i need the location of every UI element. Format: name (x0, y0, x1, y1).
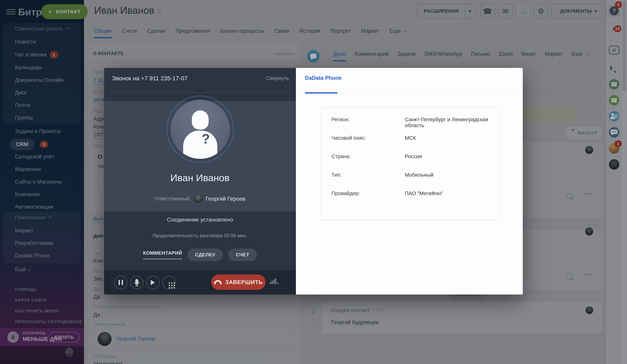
call-responsible-row: Ответственный: Георгий Героев (104, 195, 296, 203)
dadata-info-card: Регион: Санкт-Петербург и Ленинградская … (320, 107, 500, 220)
signal-quality-icon[interactable]: ▴ (270, 278, 279, 284)
avatar-question-mark: ? (202, 131, 210, 147)
call-duration: Продолжительность разговора 00:05 мин. (104, 233, 296, 238)
collapse-button[interactable]: Свернуть (266, 75, 289, 81)
call-popup: Звонок на +7 911 235-17-07 Свернуть ? Ив… (104, 68, 523, 295)
app-root: Битрикс × КОНТАКТ Совместная работа Ново… (0, 0, 627, 364)
responsible-label: Ответственный: (155, 196, 191, 201)
call-action-tabs: КОММЕНТАРИЙ СДЕЛКУ СЧЕТ (104, 249, 296, 261)
dadata-panel: DaData Phone Регион: Санкт-Петербург и Л… (296, 68, 523, 295)
invoice-button[interactable]: СЧЕТ (228, 249, 257, 261)
call-status-section: Соединение установлено Продолжительность… (104, 212, 296, 270)
microphone-icon (134, 279, 140, 286)
call-contact-name: Иван Иванов (104, 172, 296, 183)
type-label: Тип: (331, 172, 342, 178)
forward-icon (151, 280, 155, 285)
dadata-tab[interactable]: DaData Phone (305, 75, 342, 81)
transfer-button[interactable] (146, 276, 159, 289)
dialpad-button[interactable] (162, 276, 175, 289)
responsible-name: Георгий Героев (206, 196, 245, 202)
provider-value: ПАО "МегаФон" (405, 190, 443, 196)
call-controls: ЗАВЕРШИТЬ ▴ (104, 270, 296, 295)
region-value: Санкт-Петербург и Ленинградская область (405, 117, 499, 128)
dialpad-icon (169, 282, 170, 284)
type-value: Мобильный (405, 172, 433, 178)
call-status: Соединение установлено (104, 217, 296, 223)
timezone-label: Часовой пояс: (331, 135, 366, 141)
avatar-silhouette-body (183, 131, 217, 159)
divider (111, 92, 289, 93)
call-title: Звонок на +7 911 235-17-07 (112, 75, 188, 82)
dadata-tab-underline (305, 92, 337, 93)
divider (296, 93, 523, 94)
deal-button[interactable]: СДЕЛКУ (187, 249, 223, 261)
country-label: Страна: (331, 153, 351, 159)
hold-button[interactable] (114, 276, 127, 289)
country-value: Россия (405, 153, 422, 159)
timezone-value: МСК (405, 135, 416, 141)
region-label: Регион: (331, 117, 350, 122)
handset-icon (214, 280, 222, 284)
provider-label: Провайдер: (331, 190, 360, 196)
comment-tab[interactable]: КОММЕНТАРИЙ (143, 250, 182, 259)
responsible-avatar (194, 195, 202, 203)
mute-button[interactable] (130, 276, 143, 289)
avatar-silhouette-head (192, 110, 209, 130)
contact-avatar: ? (167, 96, 234, 163)
end-call-button[interactable]: ЗАВЕРШИТЬ (211, 274, 265, 290)
call-window: Звонок на +7 911 235-17-07 Свернуть ? Ив… (104, 68, 296, 295)
